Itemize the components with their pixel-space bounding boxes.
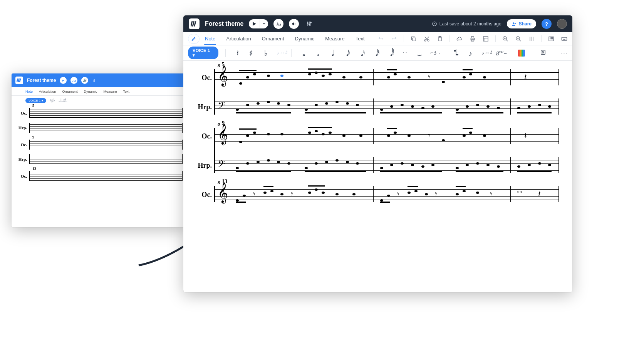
notes	[215, 98, 558, 115]
mixer-icon[interactable]: 🎚	[92, 78, 96, 83]
dot-tool[interactable]: · ·	[401, 50, 409, 56]
menu-item-ornament[interactable]: Ornament	[262, 36, 284, 42]
menu-right-tools	[377, 32, 568, 45]
staff-treble[interactable]: 8 𝄞 𝄾	[215, 69, 559, 85]
piano-button[interactable]	[548, 35, 555, 42]
app-logo-icon[interactable]	[189, 18, 200, 29]
instrument-label: Hrp.	[194, 103, 212, 111]
volume-button[interactable]	[289, 19, 299, 29]
mixer-button[interactable]	[304, 19, 314, 29]
quarter-note-tool[interactable]: 𝅘𝅥	[328, 49, 335, 57]
last-save-indicator: Last save about 2 months ago	[432, 21, 501, 27]
svg-rect-11	[471, 37, 474, 38]
staff[interactable]	[29, 108, 183, 118]
delete-tool[interactable]	[539, 49, 547, 57]
instrument-label: Oc.	[194, 132, 212, 140]
layout-button[interactable]	[482, 35, 489, 42]
staff[interactable]	[29, 154, 183, 164]
metronome-button[interactable]: ♩₁₂	[273, 19, 283, 29]
notes: 𝄾 𝄽	[215, 69, 558, 85]
score-area[interactable]: 5 Oc. Hrp. 8 𝄞	[183, 61, 572, 292]
keyboard-button[interactable]	[561, 35, 568, 42]
svg-point-1	[309, 24, 310, 25]
print-button[interactable]	[469, 35, 476, 42]
rest-tool[interactable]: 𝄽	[233, 49, 240, 57]
sixteenth-note-tool[interactable]: 𝅘𝅥𝅯	[357, 49, 365, 57]
staff[interactable]	[29, 171, 183, 181]
add-user-icon	[512, 22, 517, 27]
title-bar: Forest theme ♩₁₂ Last save about 2 month…	[183, 15, 572, 32]
menu-item-text[interactable]: Text	[123, 90, 130, 93]
page-view-button[interactable]	[528, 35, 535, 42]
grace-note-tool[interactable]: 𝆔	[467, 49, 475, 57]
eighth-note-tool[interactable]: 𝅘𝅥𝅮	[342, 49, 350, 57]
instrument-label: Oc.	[18, 111, 29, 115]
whole-note-tool[interactable]: 𝅝	[299, 49, 306, 57]
staff-bass[interactable]: 𝄢	[215, 98, 559, 115]
zoom-out-button[interactable]	[515, 35, 522, 42]
menu-item-measure[interactable]: Measure	[104, 90, 117, 93]
document-title[interactable]: Forest theme	[205, 20, 243, 27]
zoom-in-button[interactable]	[502, 35, 509, 42]
metronome-button[interactable]: ♩₁₂	[70, 77, 77, 84]
editor-window-small: Forest theme ▸ ♩₁₂ 🔊 🎚 Note Articulation…	[12, 73, 186, 227]
instrument-label: Oc.	[194, 191, 212, 199]
measure-number: 9	[32, 135, 34, 139]
play-button[interactable]	[249, 19, 260, 28]
menu-item-text[interactable]: Text	[356, 36, 365, 42]
courtesy-accidental-tool[interactable]: ♭↔♯	[277, 50, 284, 56]
ottava-tool[interactable]: 8va┄	[496, 49, 504, 57]
menu-item-dynamic[interactable]: Dynamic	[295, 36, 315, 42]
tuplet-tool[interactable]: ⌐3¬	[430, 50, 438, 56]
menu-item-articulation[interactable]: Articulation	[39, 90, 56, 93]
voice-selector[interactable]: VOICE 1 ▾	[188, 47, 218, 59]
app-logo-icon	[15, 77, 23, 84]
staff-treble[interactable]: 8 𝄞 𝄾 𝄾 𝄾 𝄾	[215, 186, 559, 202]
color-palette-tool[interactable]	[518, 50, 525, 57]
cloud-button[interactable]	[456, 35, 463, 42]
help-button[interactable]: ?	[542, 19, 552, 29]
redo-button[interactable]	[391, 35, 397, 42]
staff-treble[interactable]: 8 𝄞 𝄾 𝄽	[215, 128, 559, 144]
svg-point-4	[513, 22, 514, 24]
cut-button[interactable]	[423, 35, 430, 42]
undo-button[interactable]	[377, 35, 384, 42]
volume-button[interactable]: 🔊	[81, 77, 88, 84]
editor-window-large: Forest theme ♩₁₂ Last save about 2 month…	[183, 15, 572, 292]
svg-point-18	[454, 50, 456, 52]
share-button[interactable]: Share	[507, 19, 536, 28]
more-tools-button[interactable]: ···	[561, 49, 568, 57]
notes	[215, 157, 558, 173]
paste-button[interactable]	[436, 35, 443, 42]
menu-item-articulation[interactable]: Articulation	[226, 36, 251, 42]
menu-item-measure[interactable]: Measure	[325, 36, 345, 42]
play-button[interactable]: ▸	[60, 77, 67, 84]
staff[interactable]	[29, 140, 183, 150]
flat-tool[interactable]: ♭	[262, 49, 270, 57]
toolbar-glyphs: 𝄽 ♯ ♭ 𝅝 𝅗𝅥 𝅘𝅥 𝅘𝅥𝅮 𝅘𝅥𝅯 𝅘𝅥𝅰 …	[50, 98, 69, 103]
sharp-tool[interactable]: ♯	[247, 49, 255, 57]
menu-item-note[interactable]: Note	[25, 90, 33, 93]
tie-tool[interactable]: ‿	[416, 50, 423, 56]
history-icon	[432, 21, 437, 27]
document-title: Forest theme	[27, 78, 56, 83]
sixtyfourth-note-tool[interactable]: 𝅘𝅥𝅱	[386, 49, 394, 57]
menu-item-ornament[interactable]: Ornament	[62, 90, 78, 93]
play-options-dropdown[interactable]	[260, 19, 268, 28]
menu-bar: Note Articulation Ornament Dynamic Measu…	[12, 87, 186, 96]
chord-tool[interactable]	[452, 48, 460, 57]
user-avatar[interactable]	[557, 19, 567, 29]
system: 5 Oc. Hrp. 8 𝄞	[196, 69, 559, 115]
svg-rect-13	[483, 37, 488, 41]
voice-selector[interactable]: VOICE 1 ▾	[25, 98, 46, 103]
edit-mode-toggle[interactable]	[188, 34, 200, 44]
staff-bass[interactable]: 𝄢	[215, 157, 559, 173]
half-note-tool[interactable]: 𝅗𝅥	[313, 49, 321, 57]
menu-item-note[interactable]: Note	[205, 36, 215, 42]
staff[interactable]	[29, 123, 183, 133]
enharmonic-tool[interactable]: ♭↔♯	[481, 50, 489, 56]
copy-button[interactable]	[410, 35, 417, 42]
instrument-label: Oc.	[18, 142, 29, 147]
menu-item-dynamic[interactable]: Dynamic	[84, 90, 97, 93]
thirtysecond-note-tool[interactable]: 𝅘𝅥𝅰	[372, 49, 379, 57]
